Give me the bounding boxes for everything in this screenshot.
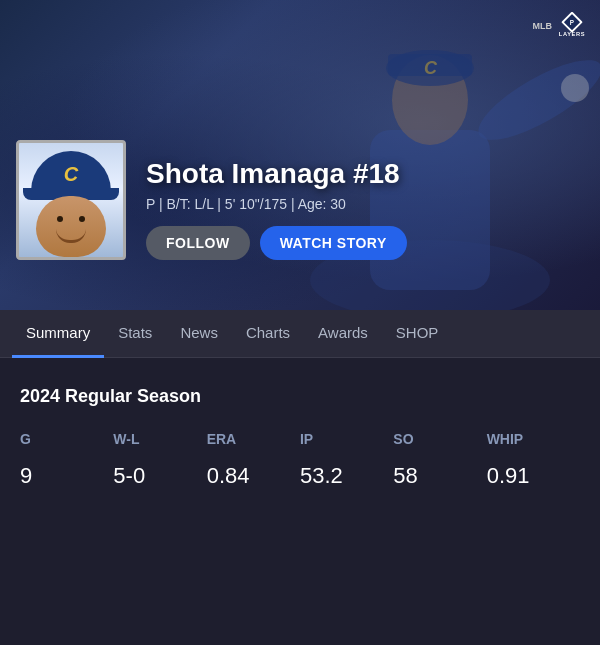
left-eye bbox=[57, 216, 63, 222]
header-whip: WHIP bbox=[487, 431, 580, 447]
face bbox=[36, 196, 106, 257]
value-ip: 53.2 bbox=[300, 463, 393, 489]
svg-point-7 bbox=[561, 74, 589, 102]
season-label: 2024 Regular Season bbox=[20, 386, 580, 407]
cubs-c: C bbox=[64, 163, 78, 186]
header-wl: W-L bbox=[113, 431, 206, 447]
player-info-area: C Shota Imanaga #18 P | B/T: L/L | 5' 10… bbox=[16, 140, 584, 260]
svg-text:P: P bbox=[570, 19, 575, 26]
mlb-label: MLB bbox=[533, 21, 553, 31]
header-ip: IP bbox=[300, 431, 393, 447]
value-whip: 0.91 bbox=[487, 463, 580, 489]
navigation-tabs: Summary Stats News Charts Awards SHOP bbox=[0, 310, 600, 358]
watch-story-button[interactable]: WATCH STORY bbox=[260, 226, 407, 260]
header-so: SO bbox=[393, 431, 486, 447]
stats-values-row: 9 5-0 0.84 53.2 58 0.91 bbox=[20, 463, 580, 489]
player-name: Shota Imanaga #18 bbox=[146, 159, 584, 190]
player-meta: P | B/T: L/L | 5' 10"/175 | Age: 30 bbox=[146, 196, 584, 212]
value-wl: 5-0 bbox=[113, 463, 206, 489]
header-g: G bbox=[20, 431, 113, 447]
eyes bbox=[57, 216, 85, 222]
stats-section: 2024 Regular Season G W-L ERA IP SO WHIP… bbox=[0, 358, 600, 509]
mlb-players-logo: MLB P LAYERS bbox=[533, 12, 587, 40]
hat: C bbox=[31, 151, 111, 194]
right-eye bbox=[79, 216, 85, 222]
svg-text:C: C bbox=[424, 58, 438, 78]
bottom-fill bbox=[0, 509, 600, 645]
value-era: 0.84 bbox=[207, 463, 300, 489]
tab-summary[interactable]: Summary bbox=[12, 310, 104, 358]
tab-stats[interactable]: Stats bbox=[104, 310, 166, 358]
tab-charts[interactable]: Charts bbox=[232, 310, 304, 358]
action-buttons: FOLLOW WATCH STORY bbox=[146, 226, 584, 260]
player-headshot: C bbox=[16, 140, 126, 260]
players-logo-diamond: P LAYERS bbox=[558, 12, 586, 40]
stats-table: G W-L ERA IP SO WHIP 9 5-0 0.84 53.2 58 … bbox=[20, 431, 580, 489]
svg-text:LAYERS: LAYERS bbox=[559, 31, 586, 37]
tab-news[interactable]: News bbox=[166, 310, 232, 358]
smile bbox=[56, 229, 86, 243]
tab-awards[interactable]: Awards bbox=[304, 310, 382, 358]
follow-button[interactable]: FOLLOW bbox=[146, 226, 250, 260]
hero-section: C MLB P LAYERS C bbox=[0, 0, 600, 310]
value-g: 9 bbox=[20, 463, 113, 489]
header-era: ERA bbox=[207, 431, 300, 447]
tab-shop[interactable]: SHOP bbox=[382, 310, 453, 358]
value-so: 58 bbox=[393, 463, 486, 489]
stats-header-row: G W-L ERA IP SO WHIP bbox=[20, 431, 580, 447]
player-details: Shota Imanaga #18 P | B/T: L/L | 5' 10"/… bbox=[146, 159, 584, 260]
